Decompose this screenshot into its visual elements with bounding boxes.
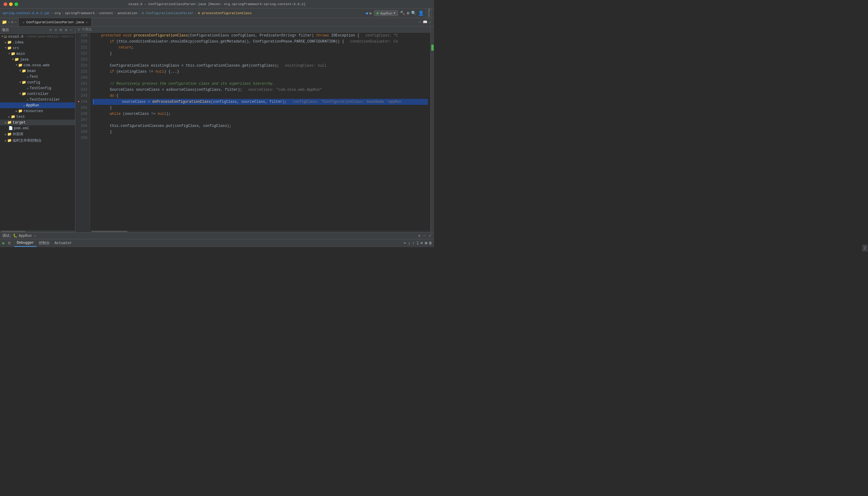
main-arrow-icon: ▼ [9, 52, 10, 56]
breadcrumb-item-5[interactable]: annotation [118, 12, 137, 15]
sidebar-minimize-icon[interactable]: — [69, 28, 73, 33]
line-221: 221 [78, 45, 88, 51]
sidebar-settings-icon[interactable]: ⚙ [64, 27, 68, 33]
test-label: Test [30, 75, 38, 79]
tab-close-icon[interactable]: ✕ [86, 20, 88, 24]
tree-test[interactable]: ▶ 📁 test [0, 114, 75, 120]
code-area[interactable]: protected void processConfigurationClass… [90, 33, 430, 231]
debug-minimize-icon[interactable]: — [423, 234, 425, 238]
tree-src[interactable]: ▼ 📁 src [0, 45, 75, 51]
code-line-221: return; [93, 45, 428, 51]
tree-testcontroller[interactable]: ☕ TestController [0, 97, 75, 103]
line-242: 242 [78, 87, 88, 93]
temp-label: 临时文件和控制台 [13, 138, 42, 143]
sidebar-toggle-icon[interactable]: 📁 [2, 19, 7, 25]
debug-settings-icon[interactable]: ⚙ [418, 234, 420, 238]
tree-config[interactable]: ▼ 📁 config [0, 80, 75, 85]
line-250: 250 [78, 135, 88, 141]
tab-actuator[interactable]: Actuator [52, 240, 75, 247]
tree-test-class[interactable]: ☕ Test [0, 74, 75, 80]
line-246: 246 [78, 111, 88, 117]
breakpoint-icon: ● [78, 99, 80, 105]
java-folder-icon: 📁 [14, 57, 19, 62]
dropdown-arrow-icon[interactable]: ▾ [8, 20, 10, 24]
test-label: test [16, 115, 25, 119]
breadcrumb-item-4[interactable]: context [99, 12, 113, 15]
step-out-icon[interactable]: ↑ [412, 241, 414, 246]
line-249: 249 [78, 129, 88, 135]
maximize-btn[interactable] [14, 2, 18, 6]
sidebar-content: ▼ 🗂 ossa3.0 ~/java/java/seckill-redis/c … [0, 34, 75, 231]
step-into-icon[interactable]: ↓ [408, 241, 410, 246]
breadcrumb-item-2[interactable]: org [55, 12, 61, 15]
code-line-242: SourceClass sourceClass = asSourceClass(… [93, 87, 428, 93]
tree-com-ossa-web[interactable]: ▼ 📁 com.ossa.web [0, 62, 75, 68]
debug-maximize-icon[interactable]: ⤢ [429, 234, 432, 238]
breadcrumb-item-7[interactable]: ⚙ processConfigurationClass [198, 11, 252, 15]
tree-testconfig[interactable]: ☕ TestConfig [0, 85, 75, 91]
tab-bar: 📁 ▾ ⚙ — ☕ ConfigurationClassParser.java … [0, 18, 434, 27]
avatar-icon[interactable]: 👤 [418, 10, 424, 16]
code-line-225: if (existingClass != null) {...} [93, 69, 428, 75]
tree-bean[interactable]: ▼ 📁 bean [0, 68, 75, 74]
testconfig-label: TestConfig [30, 86, 51, 90]
tab-debugger[interactable]: Debugger [14, 239, 36, 247]
tree-controller[interactable]: ▼ 📁 controller [0, 91, 75, 97]
resume-icon[interactable]: ▶ [1, 241, 6, 246]
tab-console[interactable]: 控制台 [36, 239, 52, 247]
debug-session-header: 调试: 🐛 AppRun ✕ ⚙ — ⤢ [0, 233, 434, 239]
resources-folder-icon: 📁 [18, 109, 22, 113]
nav-forward-icon[interactable]: ▶ [370, 11, 372, 16]
pause-icon[interactable]: ⏸ [6, 241, 13, 246]
step-over-icon[interactable]: ↷ [403, 241, 406, 246]
frames-icon[interactable]: ⊞ [425, 241, 427, 246]
line-245: 245 [78, 105, 88, 111]
sidebar-expand-icon[interactable]: ⊞ [59, 27, 63, 33]
debug-session-icon: 🐛 [13, 234, 17, 238]
build-icon[interactable]: 🔨 [400, 11, 405, 16]
tree-root[interactable]: ▼ 🗂 ossa3.0 ~/java/java/seckill-redis/c [0, 34, 75, 40]
line-247: 247 [78, 117, 88, 123]
target-folder-icon: 📁 [7, 120, 12, 125]
tree-main[interactable]: ▼ 📁 main [0, 51, 75, 57]
toggle-editor-icon[interactable]: 📖 [423, 20, 428, 25]
more-tabs-icon[interactable]: ⋯ [419, 20, 421, 25]
line-240: 240 [78, 75, 88, 81]
window-controls[interactable] [4, 2, 18, 6]
breadcrumb-item-3[interactable]: springframework [65, 12, 95, 15]
tree-apprun[interactable]: ☕ AppRun [0, 103, 75, 108]
close-btn[interactable] [4, 2, 7, 6]
debug-close-icon[interactable]: ✕ [34, 234, 36, 238]
settings-sidebar-icon[interactable]: ⚙ [11, 20, 13, 25]
minimize-btn[interactable] [9, 2, 13, 6]
breadcrumb-item-6[interactable]: ⚙ ConfigurationClassParser [142, 11, 194, 15]
code-line-222: } [93, 51, 428, 57]
tree-resources[interactable]: ▶ 📁 resources [0, 108, 75, 114]
threads-icon[interactable]: ≣ [429, 241, 432, 246]
tree-idea[interactable]: ▶ 📁 .idea [0, 40, 75, 45]
tree-target[interactable]: ▶ 📁 target [0, 120, 75, 125]
nav-back-icon[interactable]: ◀ [365, 11, 368, 16]
sidebar: 项目 ⊙ ≡ ⊞ ⚙ — ▼ 🗂 ossa3.0 ~/java/java/sec… [0, 27, 75, 232]
minimize-sidebar-icon[interactable]: — [14, 20, 17, 25]
line-248: 248 [78, 123, 88, 129]
run-button[interactable]: ▶ AppRun ▾ [374, 10, 398, 16]
top-toolbar: spring-context-6.0.2.jar › org › springf… [0, 9, 434, 18]
breadcrumb-item-1[interactable]: spring-context-6.0.2.jar [2, 12, 50, 15]
tree-temp[interactable]: ▶ 📁 临时文件和控制台 [0, 137, 75, 144]
code-line-240 [93, 75, 428, 81]
search-icon[interactable]: 🔍 [411, 11, 416, 16]
tree-external-libs[interactable]: ▶ 📁 外部库 [0, 131, 75, 137]
config-folder-icon: 📁 [22, 80, 26, 85]
sidebar-collapse-icon[interactable]: ≡ [53, 28, 58, 33]
title-bar: ossa3.0 – ConfigurationClassParser.java … [0, 0, 434, 9]
tree-java[interactable]: ▼ 📁 java [0, 57, 75, 62]
tab-configurationclassparser[interactable]: ☕ ConfigurationClassParser.java ✕ [19, 18, 91, 26]
dropdown-icon: ▾ [393, 11, 396, 15]
tree-pom[interactable]: 📄 pom.xml [0, 125, 75, 131]
run-to-cursor-icon[interactable]: ⤵ [417, 241, 419, 246]
settings-icon[interactable]: ⚙ [407, 11, 409, 16]
sidebar-scope-icon[interactable]: ⊙ [48, 27, 52, 33]
maven-tab-vertical[interactable]: Maven [426, 7, 432, 19]
evaluate-icon[interactable]: ≡ [420, 241, 423, 246]
